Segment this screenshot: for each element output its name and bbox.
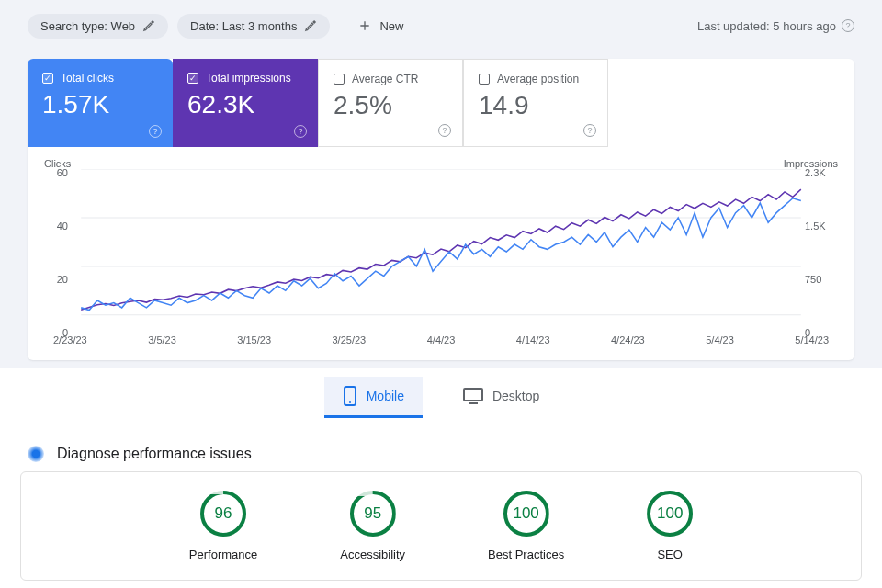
svg-point-5 (349, 401, 351, 403)
pencil-icon (142, 19, 155, 32)
y-tick: 20 (44, 274, 68, 285)
metric-label: Average position (497, 73, 579, 85)
metric-total-clicks[interactable]: Total clicks 1.57K ? (28, 59, 173, 147)
y-tick: 0 (44, 327, 68, 338)
y-tick: 1.5K (805, 220, 838, 232)
help-icon[interactable]: ? (294, 125, 307, 138)
y-tick: 0 (805, 327, 838, 338)
metric-label: Total clicks (61, 72, 114, 85)
gauge-score: 95 (350, 491, 396, 537)
x-axis: 2/23/23 3/5/23 3/15/23 3/25/23 4/4/23 4/… (44, 334, 838, 345)
desktop-icon (463, 388, 483, 404)
gauge-label: Best Practices (488, 548, 564, 561)
metric-average-position[interactable]: Average position 14.9 ? (463, 59, 608, 147)
x-tick: 4/14/23 (516, 334, 550, 345)
y-axis-right: 2.3K 1.5K 750 0 (805, 167, 838, 338)
lighthouse-scores: 96 Performance 95 Accessibility 100 Best… (20, 471, 862, 581)
gauge-label: SEO (647, 548, 693, 561)
search-type-chip-label: Search type: Web (40, 19, 135, 33)
tab-desktop[interactable]: Desktop (445, 377, 558, 418)
x-tick: 3/15/23 (237, 334, 271, 345)
date-chip-label: Date: Last 3 months (190, 19, 297, 33)
metric-value: 14.9 (479, 91, 593, 120)
svg-rect-6 (464, 389, 482, 401)
plus-icon (357, 18, 372, 33)
y-tick: 60 (44, 167, 68, 178)
help-icon[interactable]: ? (149, 125, 162, 138)
tab-desktop-label: Desktop (492, 389, 539, 403)
gauge-label: Performance (189, 548, 257, 561)
date-chip[interactable]: Date: Last 3 months (177, 14, 330, 39)
y-tick: 750 (805, 274, 838, 285)
diagnose-heading-row: Diagnose performance issues (28, 446, 854, 462)
last-updated: Last updated: 5 hours ago ? (697, 19, 854, 33)
gauge-score: 100 (647, 491, 693, 537)
filter-bar: Search type: Web Date: Last 3 months New… (0, 0, 882, 51)
pagespeed-panel: Mobile Desktop Diagnose performance issu… (0, 368, 882, 588)
diagnose-heading: Diagnose performance issues (57, 446, 252, 462)
search-type-chip[interactable]: Search type: Web (28, 14, 168, 39)
gauge-performance[interactable]: 96 Performance (189, 491, 257, 561)
gauge-score: 100 (503, 491, 549, 537)
gauge-seo[interactable]: 100 SEO (647, 491, 693, 561)
gauge-best-practices[interactable]: 100 Best Practices (488, 491, 564, 561)
metric-total-impressions[interactable]: Total impressions 62.3K ? (173, 59, 318, 147)
checkbox-icon (479, 74, 490, 85)
gauge-accessibility[interactable]: 95 Accessibility (340, 491, 405, 561)
gauge-label: Accessibility (340, 548, 405, 561)
metric-label: Total impressions (206, 72, 291, 85)
tab-mobile-label: Mobile (367, 389, 404, 403)
add-filter-button[interactable]: New (348, 13, 413, 39)
y-tick: 2.3K (805, 167, 838, 178)
x-tick: 3/25/23 (333, 334, 367, 345)
checkbox-icon (42, 73, 53, 84)
help-icon[interactable]: ? (438, 124, 451, 137)
metric-average-ctr[interactable]: Average CTR 2.5% ? (318, 59, 463, 147)
checkbox-icon (334, 74, 345, 85)
metric-value: 1.57K (42, 90, 158, 119)
metric-value: 2.5% (334, 91, 447, 120)
x-tick: 4/24/23 (611, 334, 645, 345)
checkbox-icon (187, 73, 198, 84)
x-tick: 3/5/23 (148, 334, 176, 345)
performance-chart: Clicks Impressions 60 40 20 0 2.3K 1.5K … (28, 147, 854, 360)
y-axis-left: 60 40 20 0 (44, 167, 68, 338)
x-tick: 4/4/23 (427, 334, 456, 345)
metric-value: 62.3K (187, 90, 303, 119)
mobile-icon (343, 386, 357, 406)
tab-mobile[interactable]: Mobile (324, 377, 423, 418)
help-icon[interactable]: ? (583, 124, 596, 137)
metric-label: Average CTR (352, 73, 418, 85)
add-filter-label: New (379, 19, 403, 33)
y-tick: 40 (44, 220, 68, 232)
last-updated-text: Last updated: 5 hours ago (697, 19, 836, 33)
metric-row: Total clicks 1.57K ? Total impressions 6… (28, 59, 854, 147)
chart-svg (44, 169, 838, 334)
diagnose-icon (28, 446, 44, 462)
pencil-icon (304, 19, 317, 32)
help-icon[interactable]: ? (842, 19, 854, 32)
platform-tabs: Mobile Desktop (0, 368, 882, 418)
gauge-score: 96 (200, 491, 246, 537)
performance-card: Total clicks 1.57K ? Total impressions 6… (28, 59, 854, 360)
x-tick: 5/4/23 (706, 334, 734, 345)
